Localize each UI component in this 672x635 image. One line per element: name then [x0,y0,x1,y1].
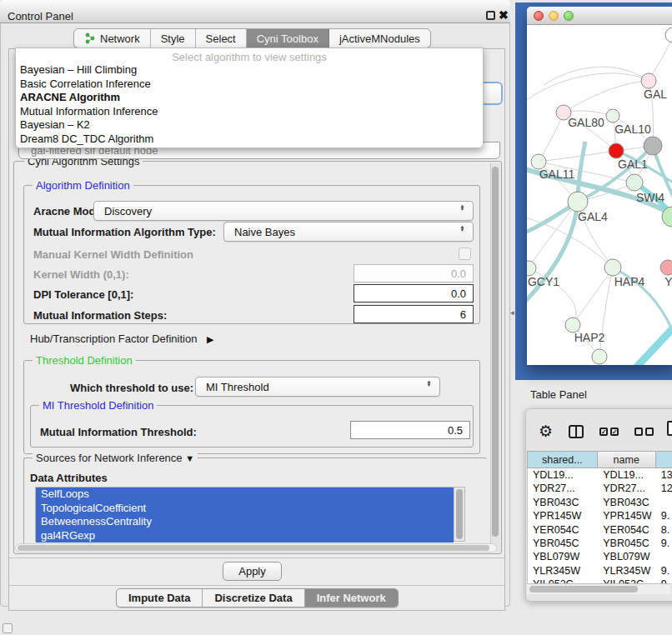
table-row[interactable]: YBR043CYBR043C [528,496,672,509]
tab-cyni-toolbox[interactable]: Cyni Toolbox [247,29,329,48]
page-icon[interactable] [667,421,672,436]
table-cell: YIL052C [598,578,656,583]
settings-scrollbar-thumb[interactable] [492,167,499,537]
network-window-titlebar[interactable] [527,7,672,25]
settings-hscrollbar[interactable] [15,543,497,552]
network-node-hap4[interactable] [604,259,621,276]
network-icon [84,32,96,44]
network-node[interactable] [665,28,672,42]
tab-style[interactable]: Style [151,29,196,48]
sources-toggle[interactable]: Sources for Network Inference ▼ [33,452,198,464]
tab-impute-data[interactable]: Impute Data [117,589,203,607]
which-threshold-select[interactable]: MI Threshold ▲▼ [195,377,440,397]
algorithm-dropdown: Select algorithm to view settings Bayesi… [15,48,484,148]
algorithm-option[interactable]: Dream8 DC_TDC Algorithm [16,132,483,147]
table-cell: 12 [656,482,672,495]
minimize-traffic-light-icon[interactable] [549,11,559,21]
node-label: HAP2 [574,331,605,344]
column-header[interactable] [656,451,672,468]
table-cell [656,550,672,563]
table-cell: YLR345W [528,564,598,578]
table-cell: YIL052C [528,578,598,583]
table-cell: YPR145W [598,509,656,522]
deselect-all-columns-icon[interactable] [634,428,654,436]
kernel-width-field[interactable]: 0.0 [354,264,474,282]
node-label: GAL10 [614,122,651,136]
table-row[interactable]: YDL19...YDL19...13 [528,468,672,482]
table-cell: YBL079W [528,550,598,563]
network-node-gal1[interactable] [609,143,624,158]
tab-jactivemnodules[interactable]: jActiveMNodules [329,29,430,48]
manual-kernel-checkbox[interactable] [459,248,471,260]
node-label: GAL80 [568,116,604,129]
table-cell: YER054C [528,523,598,537]
attribute-item[interactable]: TopologicalCoefficient [36,502,454,516]
apply-button[interactable]: Apply [223,562,282,581]
hub-definition-toggle[interactable]: Hub/Transcription Factor Definition ▶ [30,332,213,345]
split-columns-icon[interactable] [569,425,584,438]
attribute-item[interactable]: BetweennessCentrality [36,515,454,529]
tab-discretize-data[interactable]: Discretize Data [203,589,304,607]
network-window[interactable]: GALGAL80GAL10GAL1GAL11SWI4GAL4GCY1HAP4YH… [527,7,672,365]
tab-select[interactable]: Select [196,29,247,48]
tab-network[interactable]: Network [74,29,151,48]
network-node-y[interactable] [660,260,672,275]
kernel-width-label: Kernel Width (0,1): [33,268,129,281]
table-hscrollbar[interactable] [527,583,670,594]
algorithm-option[interactable]: Basic Correlation Inference [16,78,483,92]
tab-infer-network[interactable]: Infer Network [305,589,398,607]
table-row[interactable]: YPR145WYPR145W9. [528,509,672,522]
node-label: GAL [644,88,667,101]
close-icon[interactable]: ✖ [499,8,509,22]
table-cell: 9. [656,564,672,578]
algorithm-option[interactable]: Bayesian – Hill Climbing [16,63,483,78]
table-row[interactable]: YBR045CYBR045C9. [528,537,672,550]
network-node-gal10[interactable] [606,109,619,122]
select-all-columns-icon[interactable]: ✓✓ [599,428,619,436]
table-row[interactable]: YIL052CYIL052C9. [528,578,672,583]
table-row[interactable]: YBL079WYBL079W [528,550,672,563]
table-cell [656,496,672,509]
network-node[interactable] [644,137,662,155]
table-header-row: shared...name [527,451,672,468]
algorithm-option[interactable]: Mutual Information Inference [16,105,483,119]
node-label: GAL11 [539,168,575,181]
zoom-traffic-light-icon[interactable] [564,11,574,21]
attributes-scrollbar[interactable] [454,488,464,541]
aracne-mode-select[interactable]: Discovery ▲▼ [93,201,474,221]
algorithm-option[interactable]: Bayesian – K2 [16,118,483,132]
float-window-icon[interactable] [486,11,495,20]
mi-type-select[interactable]: Naive Bayes ▲▼ [223,222,474,242]
panel-splitter-arrow-icon[interactable]: ◂ [510,308,514,317]
table-row[interactable]: YER054CYER054C8. [528,523,672,537]
mi-threshold-field[interactable]: 0.5 [350,421,470,439]
column-header[interactable]: shared... [527,451,598,468]
network-node-gcy1[interactable] [527,261,536,276]
attribute-item[interactable]: SelfLoops [36,488,454,502]
dpi-tolerance-field[interactable]: 0.0 [354,284,474,302]
network-node[interactable] [592,349,607,364]
mi-steps-field[interactable]: 6 [354,305,474,323]
tab-label: Select [206,32,236,45]
network-canvas[interactable]: GALGAL80GAL10GAL1GAL11SWI4GAL4GCY1HAP4YH… [527,25,672,365]
node-label: GAL1 [618,158,648,171]
close-traffic-light-icon[interactable] [534,11,544,21]
network-node-swi4[interactable] [626,174,643,191]
algorithm-option[interactable]: ARACNE Algorithm [16,91,483,105]
column-header[interactable]: name [598,451,656,468]
minimized-panel-icon[interactable] [3,623,13,633]
node-label: SWI4 [636,191,664,204]
chevron-down-icon: ▼ [185,453,194,463]
network-node-gal4[interactable] [568,192,588,212]
table-cell: 13 [656,468,672,482]
network-node-gal[interactable] [641,73,656,88]
gear-icon[interactable]: ⚙ [539,423,553,440]
control-panel-titlebar[interactable] [0,0,510,23]
mi-type-value: Naive Bayes [234,226,295,238]
node-table: shared...name YDL19...YDL19...13YDR27...… [527,451,672,583]
attribute-item[interactable]: gal4RGexp [36,529,454,543]
table-row[interactable]: YDR27...YDR27...12 [528,482,672,495]
tab-label: Cyni Toolbox [257,32,318,45]
table-row[interactable]: YLR345WYLR345W9. [528,564,672,578]
network-graph[interactable]: GALGAL80GAL10GAL1GAL11SWI4GAL4GCY1HAP4YH… [527,25,672,365]
